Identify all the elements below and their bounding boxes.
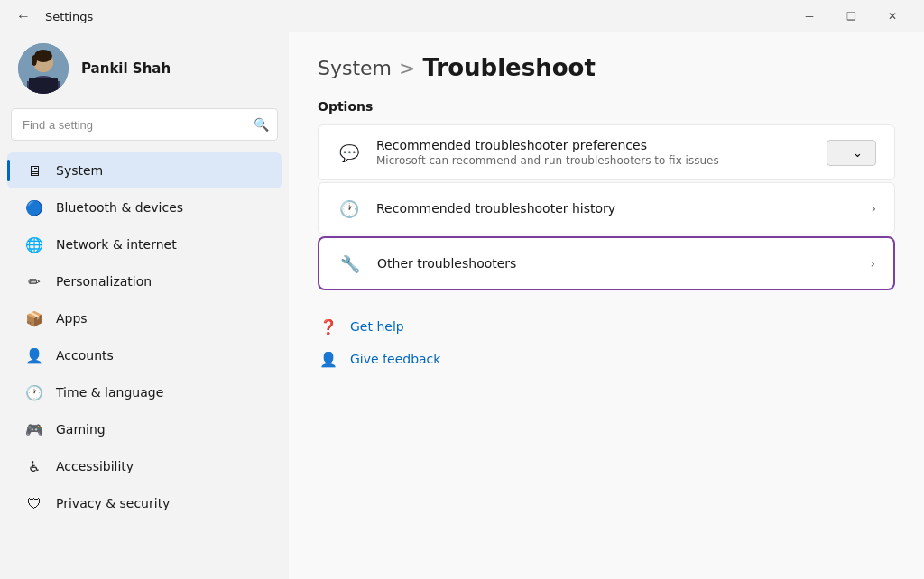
chevron-right-icon-recommended-history: › [871, 201, 876, 216]
user-name: Pankil Shah [81, 60, 171, 77]
option-card-recommended-history[interactable]: 🕐Recommended troubleshooter history› [318, 182, 895, 234]
action-link-get-help[interactable]: ❓Get help [318, 316, 895, 337]
sidebar-item-label-apps: Apps [56, 311, 88, 326]
user-profile[interactable]: Pankil Shah [0, 32, 289, 108]
option-card-left: 🔧Other troubleshooters [337, 251, 516, 276]
sidebar: Pankil Shah 🔍 🖥System🔵Bluetooth & device… [0, 32, 289, 579]
minimize-button[interactable]: ─ [789, 0, 830, 32]
accounts-icon: 👤 [25, 346, 43, 364]
nav-item-wrap-network: 🌐Network & internet [0, 226, 289, 262]
breadcrumb-current: Troubleshoot [422, 54, 595, 81]
action-link-label-get-help: Get help [350, 319, 404, 334]
sidebar-item-apps[interactable]: 📦Apps [7, 300, 282, 336]
option-card-left: 💬Recommended troubleshooter preferencesM… [337, 138, 719, 167]
svg-point-7 [32, 55, 37, 66]
nav-list: 🖥System🔵Bluetooth & devices🌐Network & in… [0, 152, 289, 522]
action-links: ❓Get help👤Give feedback [318, 316, 895, 370]
option-text-wrap: Other troubleshooters [377, 256, 516, 271]
option-card-other-troubleshooters[interactable]: 🔧Other troubleshooters› [318, 236, 895, 290]
action-link-label-give-feedback: Give feedback [350, 352, 440, 366]
svg-point-6 [34, 50, 52, 62]
sidebar-item-network[interactable]: 🌐Network & internet [7, 226, 282, 262]
dropdown-button-recommended-prefs[interactable]: ⌄ [827, 140, 876, 166]
sidebar-item-label-accessibility: Accessibility [56, 459, 134, 473]
option-right: › [870, 256, 875, 271]
window-controls: ─ ❑ ✕ [789, 0, 913, 32]
option-subtitle-recommended-prefs: Microsoft can recommend and run troubles… [376, 154, 719, 167]
option-text-wrap: Recommended troubleshooter history [376, 201, 615, 216]
close-button[interactable]: ✕ [872, 0, 913, 32]
back-button[interactable]: ← [11, 5, 36, 28]
breadcrumb: System > Troubleshoot [318, 54, 895, 81]
personalization-icon: ✏ [25, 272, 43, 290]
option-text-wrap: Recommended troubleshooter preferencesMi… [376, 138, 719, 167]
option-title-other-troubleshooters: Other troubleshooters [377, 256, 516, 271]
section-title: Options [318, 99, 895, 114]
main-layout: Pankil Shah 🔍 🖥System🔵Bluetooth & device… [0, 32, 924, 579]
system-icon: 🖥 [25, 161, 43, 179]
sidebar-item-accessibility[interactable]: ♿Accessibility [7, 448, 282, 484]
breadcrumb-separator: > [399, 57, 415, 79]
option-icon-other-troubleshooters: 🔧 [337, 251, 363, 276]
sidebar-item-label-gaming: Gaming [56, 422, 106, 437]
option-right: › [871, 201, 876, 216]
sidebar-item-accounts[interactable]: 👤Accounts [7, 337, 282, 373]
sidebar-item-label-system: System [56, 163, 103, 178]
sidebar-item-gaming[interactable]: 🎮Gaming [7, 411, 282, 447]
avatar [18, 43, 69, 94]
nav-item-wrap-personalization: ✏Personalization [0, 263, 289, 299]
sidebar-item-label-network: Network & internet [56, 237, 177, 252]
nav-item-wrap-gaming: 🎮Gaming [0, 411, 289, 447]
sidebar-item-label-time: Time & language [56, 385, 163, 400]
nav-item-wrap-apps: 📦Apps [0, 300, 289, 336]
titlebar: ← Settings ─ ❑ ✕ [0, 0, 924, 32]
privacy-icon: 🛡 [25, 494, 43, 512]
apps-icon: 📦 [25, 309, 43, 327]
nav-item-wrap-time: 🕐Time & language [0, 374, 289, 410]
sidebar-item-bluetooth[interactable]: 🔵Bluetooth & devices [7, 189, 282, 225]
search-icon: 🔍 [254, 117, 269, 132]
option-card-left: 🕐Recommended troubleshooter history [337, 196, 615, 221]
sidebar-item-label-privacy: Privacy & security [56, 496, 170, 510]
titlebar-left: ← Settings [11, 5, 93, 28]
chevron-right-icon-other-troubleshooters: › [870, 256, 875, 271]
nav-item-wrap-bluetooth: 🔵Bluetooth & devices [0, 189, 289, 225]
options-list: 💬Recommended troubleshooter preferencesM… [318, 124, 895, 290]
sidebar-item-personalization[interactable]: ✏Personalization [7, 263, 282, 299]
svg-rect-8 [29, 78, 58, 94]
search-container: 🔍 [11, 108, 278, 141]
sidebar-item-system[interactable]: 🖥System [7, 152, 282, 188]
network-icon: 🌐 [25, 235, 43, 253]
sidebar-item-label-bluetooth: Bluetooth & devices [56, 200, 183, 215]
bluetooth-icon: 🔵 [25, 198, 43, 216]
nav-item-wrap-system: 🖥System [0, 152, 289, 188]
time-icon: 🕐 [25, 383, 43, 401]
active-indicator [7, 160, 10, 181]
app-title: Settings [45, 10, 93, 23]
content-area: System > Troubleshoot Options 💬Recommend… [289, 32, 924, 579]
option-icon-recommended-history: 🕐 [337, 196, 362, 221]
sidebar-item-privacy[interactable]: 🛡Privacy & security [7, 485, 282, 521]
nav-item-wrap-accounts: 👤Accounts [0, 337, 289, 373]
nav-item-wrap-accessibility: ♿Accessibility [0, 448, 289, 484]
action-link-icon-give-feedback: 👤 [318, 348, 339, 370]
action-link-give-feedback[interactable]: 👤Give feedback [318, 348, 895, 370]
option-title-recommended-prefs: Recommended troubleshooter preferences [376, 138, 719, 152]
sidebar-item-time[interactable]: 🕐Time & language [7, 374, 282, 410]
sidebar-item-label-accounts: Accounts [56, 348, 114, 363]
maximize-button[interactable]: ❑ [830, 0, 872, 32]
accessibility-icon: ♿ [25, 457, 43, 475]
option-card-recommended-prefs[interactable]: 💬Recommended troubleshooter preferencesM… [318, 124, 895, 180]
sidebar-item-label-personalization: Personalization [56, 274, 152, 289]
action-link-icon-get-help: ❓ [318, 316, 339, 337]
gaming-icon: 🎮 [25, 420, 43, 438]
option-title-recommended-history: Recommended troubleshooter history [376, 201, 615, 216]
search-input[interactable] [11, 108, 278, 141]
option-right: ⌄ [827, 140, 876, 166]
breadcrumb-parent[interactable]: System [318, 57, 392, 79]
option-icon-recommended-prefs: 💬 [337, 140, 362, 165]
nav-item-wrap-privacy: 🛡Privacy & security [0, 485, 289, 521]
